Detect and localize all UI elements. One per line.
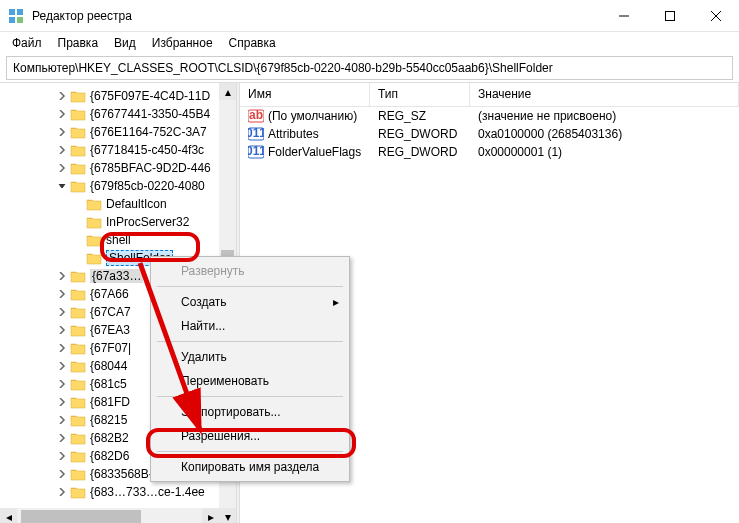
tree-item[interactable]: {67718415-c450-4f3c: [4, 141, 236, 159]
tree-item[interactable]: {675F097E-4C4D-11D: [4, 87, 236, 105]
ctx-permissions[interactable]: Разрешения...: [153, 424, 347, 448]
expand-icon[interactable]: [56, 288, 68, 300]
tree-label: {68044: [90, 359, 127, 373]
tree-label: {67677441-3350-45B4: [90, 107, 210, 121]
expand-icon[interactable]: [72, 234, 84, 246]
tree-item[interactable]: InProcServer32: [4, 213, 236, 231]
svg-text:011: 011: [248, 145, 264, 158]
tree-item[interactable]: {67677441-3350-45B4: [4, 105, 236, 123]
menu-help[interactable]: Справка: [221, 34, 284, 52]
tree-label: {681FD: [90, 395, 130, 409]
context-menu: Развернуть Создать▸ Найти... Удалить Пер…: [150, 256, 350, 482]
tree-label: {679f85cb-0220-4080: [90, 179, 205, 193]
tree-label: {676E1164-752C-3A7: [90, 125, 207, 139]
tree-item[interactable]: shell: [4, 231, 236, 249]
cell-value: (значение не присвоено): [470, 109, 739, 123]
tree-label: {682B2: [90, 431, 129, 445]
tree-label: InProcServer32: [106, 215, 189, 229]
scroll-left-icon[interactable]: ◂: [0, 508, 17, 523]
list-header: Имя Тип Значение: [240, 83, 739, 107]
menu-favorites[interactable]: Избранное: [144, 34, 221, 52]
scroll-up-icon[interactable]: ▴: [219, 83, 236, 100]
expand-icon[interactable]: [56, 324, 68, 336]
tree-item[interactable]: DefaultIcon: [4, 195, 236, 213]
expand-icon[interactable]: [56, 270, 68, 282]
svg-rect-1: [17, 9, 23, 15]
expand-icon[interactable]: [56, 342, 68, 354]
list-row[interactable]: 011AttributesREG_DWORD0xa0100000 (268540…: [240, 125, 739, 143]
cell-value: 0x00000001 (1): [470, 145, 739, 159]
ctx-create-label: Создать: [181, 295, 227, 309]
svg-text:011: 011: [248, 127, 264, 140]
tree-label: {67A66: [90, 287, 129, 301]
expand-icon[interactable]: [56, 144, 68, 156]
expand-icon[interactable]: [56, 108, 68, 120]
close-button[interactable]: [693, 0, 739, 32]
svg-rect-5: [666, 11, 675, 20]
titlebar: Редактор реестра: [0, 0, 739, 32]
expand-icon[interactable]: [56, 162, 68, 174]
ctx-export[interactable]: Экспортировать...: [153, 400, 347, 424]
svg-rect-3: [17, 17, 23, 23]
expand-icon[interactable]: [56, 126, 68, 138]
tree-label: {6785BFAC-9D2D-446: [90, 161, 211, 175]
tree-label: {67CA7: [90, 305, 131, 319]
maximize-button[interactable]: [647, 0, 693, 32]
expand-icon[interactable]: [56, 378, 68, 390]
list-row[interactable]: ab(По умолчанию)REG_SZ(значение не присв…: [240, 107, 739, 125]
svg-text:ab: ab: [249, 109, 263, 122]
menu-file[interactable]: Файл: [4, 34, 50, 52]
column-value[interactable]: Значение: [470, 83, 739, 106]
tree-item[interactable]: {683…733…ce-1.4ee: [4, 483, 236, 501]
cell-type: REG_DWORD: [370, 127, 470, 141]
cell-name: 011Attributes: [240, 127, 370, 142]
tree-label: shell: [106, 233, 131, 247]
content-area: {675F097E-4C4D-11D{67677441-3350-45B4{67…: [0, 82, 739, 523]
scroll-thumb[interactable]: [21, 510, 141, 523]
expand-icon[interactable]: [56, 306, 68, 318]
scroll-right-icon[interactable]: ▸: [202, 508, 219, 523]
ctx-rename[interactable]: Переименовать: [153, 369, 347, 393]
scroll-down-icon[interactable]: ▾: [219, 508, 236, 523]
expand-icon[interactable]: [56, 468, 68, 480]
minimize-button[interactable]: [601, 0, 647, 32]
svg-rect-0: [9, 9, 15, 15]
expand-icon[interactable]: [56, 450, 68, 462]
expand-icon[interactable]: [56, 396, 68, 408]
app-icon: [8, 8, 24, 24]
tree-label: {67a33…: [90, 269, 143, 283]
tree-label: {67F07|: [90, 341, 131, 355]
tree-item[interactable]: {676E1164-752C-3A7: [4, 123, 236, 141]
expand-icon[interactable]: [56, 432, 68, 444]
expand-icon[interactable]: [56, 180, 68, 192]
column-type[interactable]: Тип: [370, 83, 470, 106]
ctx-delete[interactable]: Удалить: [153, 345, 347, 369]
expand-icon[interactable]: [72, 216, 84, 228]
cell-type: REG_DWORD: [370, 145, 470, 159]
cell-type: REG_SZ: [370, 109, 470, 123]
expand-icon[interactable]: [56, 486, 68, 498]
menubar: Файл Правка Вид Избранное Справка: [0, 32, 739, 54]
expand-icon[interactable]: [56, 414, 68, 426]
expand-icon[interactable]: [72, 252, 84, 264]
expand-icon[interactable]: [56, 90, 68, 102]
tree-label: {68215: [90, 413, 127, 427]
expand-icon[interactable]: [56, 360, 68, 372]
tree-horizontal-scrollbar[interactable]: ◂ ▸: [0, 508, 219, 523]
tree-label: {675F097E-4C4D-11D: [90, 89, 210, 103]
ctx-find[interactable]: Найти...: [153, 314, 347, 338]
column-name[interactable]: Имя: [240, 83, 370, 106]
tree-label: {683…733…ce-1.4ee: [90, 485, 205, 499]
menu-view[interactable]: Вид: [106, 34, 144, 52]
ctx-copy-key[interactable]: Копировать имя раздела: [153, 455, 347, 479]
ctx-create[interactable]: Создать▸: [153, 290, 347, 314]
cell-name: 011FolderValueFlags: [240, 145, 370, 160]
ctx-expand: Развернуть: [153, 259, 347, 283]
tree-item[interactable]: {6785BFAC-9D2D-446: [4, 159, 236, 177]
list-row[interactable]: 011FolderValueFlagsREG_DWORD0x00000001 (…: [240, 143, 739, 161]
expand-icon[interactable]: [72, 198, 84, 210]
tree-item[interactable]: {679f85cb-0220-4080: [4, 177, 236, 195]
menu-edit[interactable]: Правка: [50, 34, 107, 52]
tree-label: {682D6: [90, 449, 129, 463]
address-bar[interactable]: Компьютер\HKEY_CLASSES_ROOT\CLSID\{679f8…: [6, 56, 733, 80]
